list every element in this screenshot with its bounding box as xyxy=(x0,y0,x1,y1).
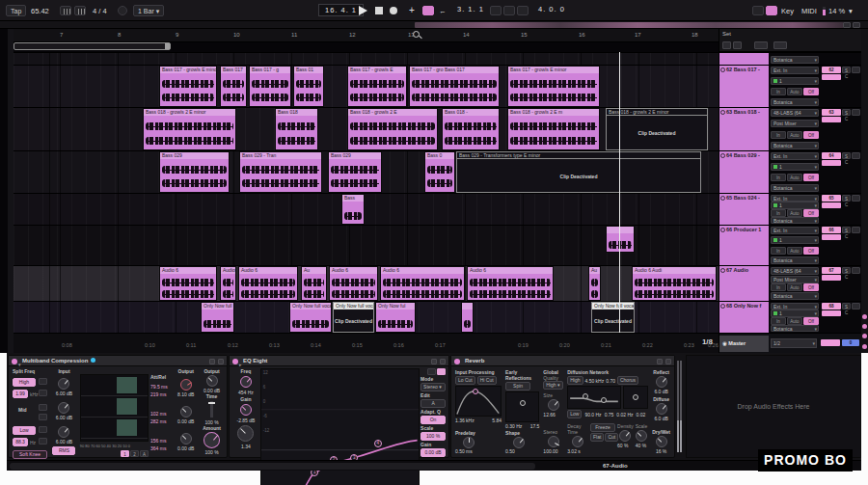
edge-marker-dot[interactable] xyxy=(862,334,867,338)
add-track-icon[interactable] xyxy=(722,41,731,49)
amount-value[interactable]: 100 % xyxy=(204,449,218,455)
arrangement-clip-area[interactable]: Bass 017 - growls E minorBass 017Bass 01… xyxy=(14,52,719,333)
low-solo-button[interactable] xyxy=(39,426,47,433)
audio-to-chooser[interactable]: Botanica▾ xyxy=(771,256,819,264)
monitor-in-button[interactable]: In xyxy=(771,283,786,291)
clip[interactable]: Bass 017 - growls E xyxy=(347,66,407,107)
nudge-down-icon[interactable] xyxy=(60,6,71,15)
reflect-value[interactable]: 6.0 dB xyxy=(654,389,667,394)
time-signature[interactable]: 4 / 4 xyxy=(93,7,107,15)
band-output-value[interactable]: 0.00 dB xyxy=(177,445,194,451)
rms-button[interactable]: RMS xyxy=(52,446,75,455)
clip[interactable]: Bass 0 xyxy=(424,151,455,193)
monitor-in-button[interactable]: In xyxy=(771,88,786,95)
clip[interactable]: Audio xyxy=(220,266,236,301)
high-solo-button[interactable] xyxy=(39,378,47,385)
audio-to-chooser[interactable]: Botanica▾ xyxy=(771,325,819,332)
input-gain-knob[interactable] xyxy=(58,426,69,438)
track-arm-icon[interactable] xyxy=(720,196,725,201)
hotswap-icon[interactable] xyxy=(91,358,95,363)
diffusion-shelf-display[interactable] xyxy=(567,386,621,409)
volume-slider[interactable] xyxy=(822,234,841,240)
high-freq-value[interactable]: 1.99 xyxy=(13,390,28,398)
mid-solo-button[interactable] xyxy=(39,404,47,411)
activator-button[interactable] xyxy=(852,152,860,159)
input-type-chooser[interactable]: Ext. In▾ xyxy=(771,303,819,310)
attrel-value[interactable]: 156 ms xyxy=(150,438,166,444)
track-header-67[interactable]: 67 Audio48-LABS (64▾Post Mixer▾InAutoOff… xyxy=(719,265,862,301)
solo-button[interactable]: S xyxy=(842,267,851,274)
audio-to-chooser[interactable]: Botanica▾ xyxy=(771,56,819,64)
clip[interactable]: Only Now full vocalClip Deactivated xyxy=(591,302,635,333)
low-band-button[interactable]: Low xyxy=(13,426,36,435)
clip[interactable]: Only Now full vocal xyxy=(289,302,332,333)
track-number-badge[interactable]: 67 xyxy=(822,267,841,274)
clip[interactable]: Bass 018 - growls 2 E minor xyxy=(143,108,236,150)
mode-select[interactable]: Stereo ▾ xyxy=(420,383,446,391)
monitor-off-button[interactable]: Off xyxy=(803,209,819,217)
track-arm-icon[interactable] xyxy=(720,67,725,72)
diff-low-button[interactable]: Low xyxy=(567,410,582,418)
crossfade-label[interactable]: C xyxy=(842,275,851,281)
attrel-value[interactable]: 282 ms xyxy=(150,418,166,424)
monitor-off-button[interactable]: Off xyxy=(803,88,819,95)
device-on-icon[interactable] xyxy=(454,359,460,364)
midi-map-button[interactable]: MIDI xyxy=(801,7,817,15)
track-header-66[interactable]: 66 Producer 1Ext. In▾1▾InAutoOffBotanica… xyxy=(719,225,862,265)
solo-button[interactable]: S xyxy=(842,67,851,73)
track-name-block[interactable]: 66 Producer 1 xyxy=(719,226,769,265)
predelay-value[interactable]: 0.50 ms xyxy=(455,448,502,454)
preset-icon[interactable] xyxy=(431,359,437,364)
band-output-value[interactable]: 8.10 dB xyxy=(177,391,194,397)
solo-button[interactable]: S xyxy=(842,195,851,202)
input-channel-chooser[interactable]: 1▾ xyxy=(771,310,819,316)
input-type-chooser[interactable]: 48-LABS (64▾ xyxy=(771,109,819,117)
drywet-knob[interactable] xyxy=(656,436,667,447)
clip[interactable]: Bass 017 - gro Bass 017 xyxy=(409,66,500,107)
monitor-in-button[interactable]: In xyxy=(771,317,786,325)
soft-knee-button[interactable]: Soft Knee xyxy=(13,450,47,459)
freq-value[interactable]: 454 Hz xyxy=(238,390,254,395)
input-channel-chooser[interactable]: 1▾ xyxy=(771,236,819,244)
activator-button[interactable] xyxy=(852,195,860,202)
audition-icon[interactable] xyxy=(427,368,436,375)
arrangement-overview[interactable] xyxy=(0,21,868,29)
audio-to-chooser[interactable]: Botanica▾ xyxy=(771,142,819,149)
arrangement-position[interactable]: 16. 4. 1 xyxy=(318,4,364,16)
decay-knob[interactable] xyxy=(572,436,583,447)
spin-xy-pad[interactable] xyxy=(505,391,539,422)
mid-s-button[interactable] xyxy=(39,414,47,420)
track-arm-icon[interactable] xyxy=(720,228,725,232)
audio-to-chooser[interactable]: Botanica▾ xyxy=(771,292,819,300)
master-pan-badge[interactable]: 0 xyxy=(842,339,859,346)
track-lane[interactable] xyxy=(14,52,719,65)
loop-switch-icon[interactable] xyxy=(503,6,515,15)
audio-to-chooser[interactable]: Botanica▾ xyxy=(771,98,819,106)
stereo-value[interactable]: 100.00 xyxy=(543,448,563,454)
clip[interactable]: Bass 018 - growls 2 E minorClip Deactiva… xyxy=(606,108,708,150)
shape-knob[interactable] xyxy=(513,437,525,448)
save-preset-icon[interactable] xyxy=(665,359,671,364)
volume-slider[interactable] xyxy=(822,160,841,166)
gain-value[interactable]: -2.85 dB xyxy=(236,418,255,423)
key-map-button[interactable]: Key xyxy=(781,7,794,15)
track-lane-63[interactable]: Bass 018 - growls 2 E minorBass 018Bass … xyxy=(14,107,719,150)
diff-scale-value[interactable]: 40 % xyxy=(636,443,648,448)
volume-slider[interactable] xyxy=(822,74,841,80)
time-ruler-seconds[interactable]: 1/8 0:080:100:110:120:130:140:150:160:17… xyxy=(14,333,719,353)
clip[interactable]: Au xyxy=(588,266,601,301)
output-gain-value[interactable]: 0.00 dB xyxy=(420,448,446,457)
master-output-knob[interactable] xyxy=(206,375,218,387)
input-type-chooser[interactable]: Ext. In▾ xyxy=(771,227,819,234)
monitor-auto-button[interactable]: Auto xyxy=(787,317,802,325)
track-arm-icon[interactable] xyxy=(720,110,725,115)
clip[interactable]: Au xyxy=(301,266,327,301)
monitor-off-button[interactable]: Off xyxy=(803,317,819,325)
clip[interactable]: Bass 01 xyxy=(293,66,324,107)
attrel-value[interactable]: 102 ms xyxy=(150,411,166,417)
monitor-in-button[interactable]: In xyxy=(771,209,786,217)
track-name-block[interactable]: 65 Bass 024 - xyxy=(719,194,769,225)
punch-out-icon[interactable] xyxy=(517,6,529,15)
drywet-value[interactable]: 16 % xyxy=(656,448,666,454)
track-number-badge[interactable]: 66 xyxy=(822,227,841,233)
